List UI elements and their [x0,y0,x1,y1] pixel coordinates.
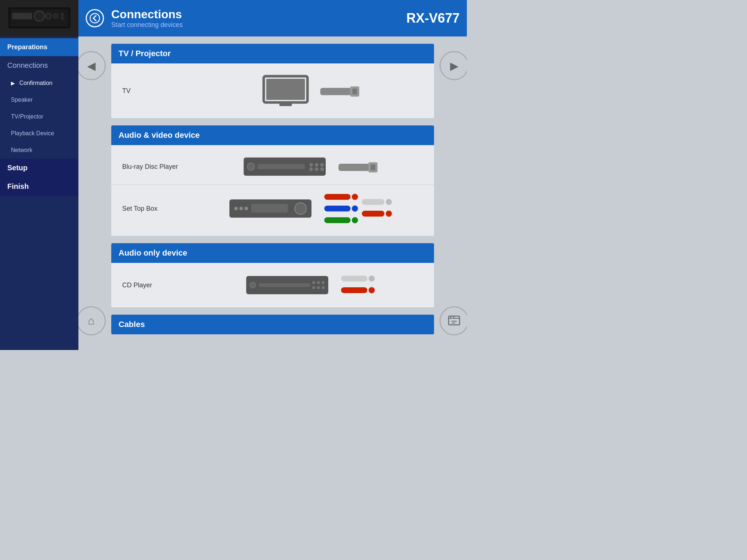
svg-point-26 [320,163,324,167]
home-icon: ⌂ [88,315,94,327]
sidebar-item-playback-device[interactable]: Playback Device [0,125,78,142]
svg-rect-43 [324,217,351,223]
svg-point-36 [244,207,248,210]
svg-point-57 [322,286,325,289]
svg-point-4 [46,13,51,19]
sidebar-item-label: TV/Projector [11,113,43,120]
section-audio-video: Audio & video device Blu-ray Disc Player [111,125,434,236]
sidebar-item-connections[interactable]: Connections [0,56,78,75]
svg-point-61 [368,287,375,293]
svg-rect-23 [258,164,305,169]
sidebar-item-setup[interactable]: Setup [0,159,78,177]
stb-player-icon [229,198,313,219]
svg-rect-16 [266,79,305,100]
rca-cables-icon [362,197,393,220]
svg-rect-41 [324,206,351,211]
section-header-cables: Cables [111,315,434,334]
cd-player-icon [246,275,330,296]
sidebar-item-label: Finish [7,182,29,191]
svg-rect-58 [341,276,367,281]
svg-point-27 [309,167,313,171]
next-icon: ▶ [450,59,458,72]
svg-point-24 [309,163,313,167]
sidebar-item-label: Confirmation [19,80,53,86]
svg-point-44 [352,217,358,223]
svg-rect-18 [320,88,351,95]
sidebar-item-label: Connections [7,61,48,70]
main-area: Connections Start connecting devices RX-… [78,0,467,350]
svg-point-5 [54,14,58,18]
section-cables: Cables [111,315,434,334]
help-button[interactable] [440,306,467,335]
table-row: Blu-ray Disc Player [111,149,434,185]
next-button[interactable]: ▶ [440,51,467,80]
svg-rect-20 [352,89,357,94]
section-body-tv: TV [111,63,434,118]
section-body-av: Blu-ray Disc Player [111,145,434,236]
sidebar-item-label: Setup [7,164,28,172]
svg-point-25 [315,163,318,167]
model-name: RX-V677 [406,11,460,26]
table-row: Set Top Box [111,185,434,232]
svg-point-8 [90,13,100,23]
bluray-player-icon [244,156,328,177]
svg-rect-37 [251,204,288,213]
sidebar-item-speaker[interactable]: Speaker [0,92,78,108]
svg-point-55 [312,286,315,289]
section-body-audio: CD Player [111,263,434,307]
sidebar-item-label: Preparations [7,43,47,51]
sidebar-logo [0,0,78,36]
help-icon [448,315,460,327]
right-nav-area: ▶ [441,36,467,350]
table-row: CD Player [111,267,434,304]
tv-icon [262,74,309,107]
rca-audio-cables-icon [341,274,376,296]
svg-rect-45 [362,199,384,205]
device-illustration-stb [199,192,423,225]
svg-point-56 [317,286,320,289]
svg-point-46 [386,199,392,205]
scrollable-content[interactable]: TV / Projector TV [100,36,445,350]
page-subtitle: Start connecting devices [111,21,406,29]
sidebar-item-confirmation[interactable]: ▶ Confirmation [0,75,78,92]
sidebar-item-finish[interactable]: Finish [0,177,78,196]
svg-point-59 [368,275,375,282]
device-illustration-cd [199,274,423,296]
sidebar-item-network[interactable]: Network [0,142,78,159]
svg-point-48 [386,210,392,217]
table-row: TV [111,67,434,114]
receiver-illustration [8,5,70,31]
page-title: Connections [111,8,406,21]
back-button[interactable] [86,9,104,27]
svg-point-53 [317,281,320,284]
svg-point-34 [234,207,238,210]
section-header-audio-video: Audio & video device [111,125,434,145]
svg-rect-2 [12,13,32,19]
header: Connections Start connecting devices RX-… [78,0,467,36]
component-cables-icon [324,192,359,225]
svg-point-3 [34,11,44,21]
device-label-cd: CD Player [122,281,188,289]
svg-point-6 [61,13,64,16]
hdmi-cable-icon [320,83,360,99]
svg-point-29 [320,167,324,171]
section-header-audio-only: Audio only device [111,243,434,263]
device-illustration-tv [199,74,423,107]
sidebar-item-tv-projector[interactable]: TV/Projector [0,108,78,125]
svg-rect-51 [259,283,310,287]
section-tv-projector: TV / Projector TV [111,44,434,118]
svg-point-7 [61,17,64,20]
sidebar-item-preparations[interactable]: Preparations [0,38,78,56]
sidebar: Preparations Connections ▶ Confirmation … [0,0,78,350]
prev-icon: ◀ [87,59,96,72]
component-cables-group [324,192,393,225]
section-audio-only: Audio only device CD Player [111,243,434,307]
svg-point-35 [239,207,243,210]
content-wrapper: ◀ ⌂ ▶ [78,36,467,350]
sidebar-item-label: Speaker [11,97,33,103]
svg-point-28 [315,167,318,171]
sidebar-navigation: Preparations Connections ▶ Confirmation … [0,36,78,350]
svg-rect-30 [338,164,369,171]
svg-point-42 [352,205,358,212]
svg-point-38 [295,203,306,214]
